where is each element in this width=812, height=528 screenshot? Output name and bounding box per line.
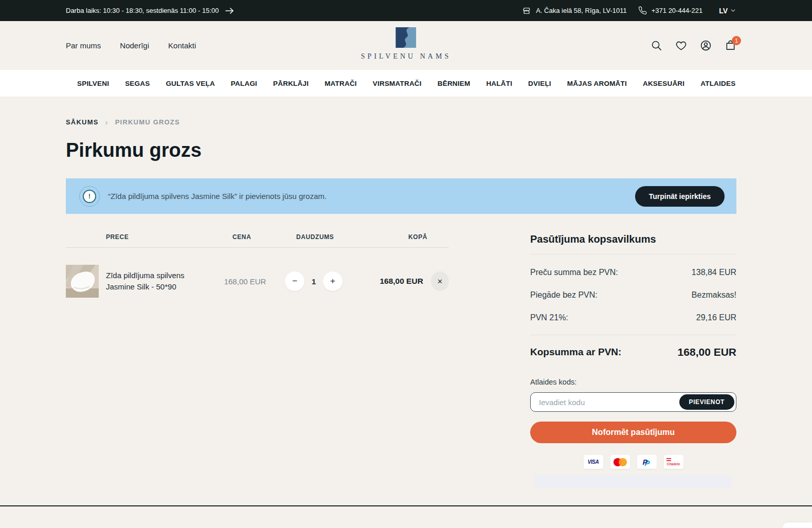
cart-table-header: PRECE CENA DAUDZUMS KOPĀ [66,233,449,248]
topbar: Darba laiks: 10:30 - 18:30, sestdienās 1… [0,0,812,21]
wishlist-heart-icon[interactable] [675,40,687,51]
product-name[interactable]: Zīda pildījuma spilvens Jasmine Silk - 5… [106,270,209,293]
nav-item-palagi[interactable]: PALAGI [231,80,257,87]
quantity-value: 1 [312,277,316,286]
language-selector[interactable]: LV [719,7,736,15]
paypal-icon: PP [637,455,657,469]
phone-number: +371 20-444-221 [652,7,702,14]
nav-item-aksesuari[interactable]: AKSESUĀRI [643,80,684,87]
citadele-icon: Citadele [664,455,683,469]
divider [530,254,736,254]
header-link-noderigi[interactable]: Noderīgi [120,41,149,50]
info-icon: ! [79,186,100,207]
quantity-decrease-button[interactable]: − [285,271,304,291]
header-icons: 1 [651,40,736,51]
continue-shopping-button[interactable]: Turpināt iepirkties [635,186,725,207]
order-summary: Pasūtījuma kopsavilkums Preču summa bez … [530,233,736,488]
account-icon[interactable] [700,40,712,51]
product-image[interactable] [66,265,99,298]
remove-item-button[interactable]: ✕ [431,271,449,291]
summary-label: PVN 21%: [530,313,568,322]
store-address[interactable]: A. Čaka ielā 58, Rīga, LV-1011 [522,6,627,15]
summary-value: 29,16 EUR [696,313,736,322]
language-code: LV [719,7,728,15]
topbar-right: A. Čaka ielā 58, Rīga, LV-1011 +371 20-4… [522,6,736,15]
nav-item-dvieli[interactable]: DVIEĻI [528,80,551,87]
page-title: Pirkumu grozs [66,139,736,161]
breadcrumb: SĀKUMS › PIRKUMU GROZS [66,118,736,126]
divider [530,335,736,335]
summary-total-row: Kopsumma ar PVN: 168,00 EUR [530,346,736,358]
cart-table: PRECE CENA DAUDZUMS KOPĀ [66,233,449,488]
cart-section: PRECE CENA DAUDZUMS KOPĀ [66,233,736,488]
breadcrumb-chevron-icon: › [105,118,109,126]
col-header-quantity: DAUDZUMS [296,233,408,241]
total-value: 168,00 EUR [678,346,736,358]
cart-item-row: Zīda pildījuma spilvens Jasmine Silk - 5… [66,248,449,298]
search-icon[interactable] [651,40,662,51]
visa-icon: VISA [584,455,603,469]
logo-title: SPILVENU NAMS [361,52,451,61]
cart-count-badge: 1 [732,36,741,45]
payment-methods: VISA PP Citadele [530,455,736,469]
summary-value: 138,84 EUR [692,268,736,277]
summary-title: Pasūtījuma kopsavilkums [530,233,736,245]
summary-row-subtotal: Preču summa bez PVN: 138,84 EUR [530,268,736,277]
main-navigation: SPILVENI SEGAS GULTAS VEĻA PALAGI PĀRKLĀ… [0,70,812,97]
nav-item-parklaji[interactable]: PĀRKLĀJI [273,80,309,87]
product-unit-price: 168,00 EUR [224,277,272,286]
mastercard-icon [610,455,630,469]
promo-code-label: Atlaides kods: [530,378,736,386]
nav-item-halati[interactable]: HALĀTI [486,80,512,87]
nav-item-atlaides[interactable]: ATLAIDES [700,80,735,87]
store-icon [522,6,531,15]
nav-item-segas[interactable]: SEGAS [125,80,150,87]
breadcrumb-home[interactable]: SĀKUMS [66,118,99,126]
header-link-kontakti[interactable]: Kontakti [168,41,196,50]
summary-value: Bezmaksas! [692,290,736,300]
summary-row-vat: PVN 21%: 29,16 EUR [530,313,736,322]
store-address-text: A. Čaka ielā 58, Rīga, LV-1011 [536,7,627,14]
summary-label: Piegāde bez PVN: [530,290,598,300]
promo-code-box: PIEVIENOT [530,392,736,412]
quantity-increase-button[interactable]: + [323,271,342,291]
quantity-stepper: − 1 + [285,271,342,291]
added-to-cart-banner: ! “Zīda pildījuma spilvens Jasmine Silk”… [66,178,736,214]
nav-item-majas-aromati[interactable]: MĀJAS AROMĀTI [567,80,627,87]
nav-item-spilveni[interactable]: SPILVENI [77,80,109,87]
breadcrumb-current: PIRKUMU GROZS [115,118,180,126]
col-header-price: CENA [232,233,296,241]
summary-row-shipping: Piegāde bez PVN: Bezmaksas! [530,290,736,300]
total-label: Kopsumma ar PVN: [530,347,621,358]
phone-icon [638,6,647,15]
site-logo[interactable]: SPILVENU NAMS [361,27,451,61]
col-header-product: PRECE [106,233,232,241]
logo-mark-icon [396,27,417,48]
working-hours-text: Darba laiks: 10:30 - 18:30, sestdienās 1… [66,7,219,14]
footer-top-border [0,505,812,506]
header-link-par-mums[interactable]: Par mums [66,41,101,50]
corner-widget[interactable] [783,522,812,528]
chevron-down-icon [730,7,736,14]
product-line-total: 168,00 EUR [366,277,423,286]
nav-item-gultas-vela[interactable]: GULTAS VEĻA [166,80,214,87]
nav-item-berniem[interactable]: BĒRNIEM [438,80,471,87]
summary-label: Preču summa bez PVN: [530,268,618,277]
working-hours-link[interactable]: Darba laiks: 10:30 - 18:30, sestdienās 1… [66,7,234,14]
col-header-total: KOPĀ [408,233,439,241]
cart-bag-icon[interactable]: 1 [725,40,736,51]
arrow-right-icon [225,7,234,14]
phone-link[interactable]: +371 20-444-221 [638,6,702,15]
checkout-button[interactable]: Noformēt pasūtījumu [530,422,736,443]
banner-message: “Zīda pildījuma spilvens Jasmine Silk” i… [108,192,327,201]
nav-item-matraci[interactable]: MATRAČI [324,80,357,87]
nav-item-virsmatraci[interactable]: VIRSMATRAČI [373,80,422,87]
header: Par mums Noderīgi Kontakti SPILVENU NAMS… [0,21,812,70]
summary-placeholder-bar [534,475,732,488]
header-links: Par mums Noderīgi Kontakti [66,41,196,50]
promo-apply-button[interactable]: PIEVIENOT [679,394,734,410]
